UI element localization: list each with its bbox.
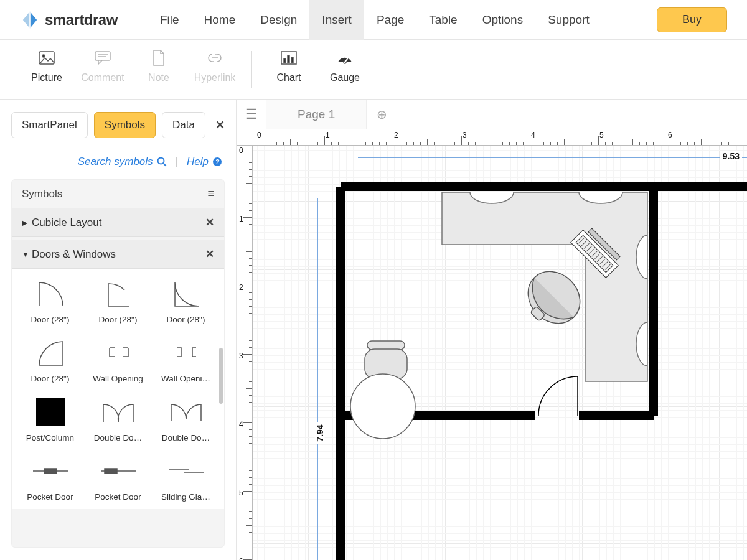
guide-horizontal [358,157,747,158]
ribbon-label: Gauge [317,72,373,83]
tab-data[interactable]: Data [162,112,205,138]
svg-point-50 [350,374,415,439]
symbol-door-28[interactable]: Door (28") [86,276,150,324]
gauge-icon [317,49,373,67]
ribbon-picture[interactable]: Picture [19,49,75,83]
symbol-grid: Door (28") Door (28") Door (28") Door (2… [12,269,224,509]
ribbon-chart[interactable]: Chart [261,49,317,83]
symbol-label: Door (28") [154,315,218,324]
page-list-icon[interactable]: ☰ [237,106,266,123]
chart-icon [261,49,317,67]
note-icon [131,49,187,67]
ribbon-gauge[interactable]: Gauge [317,49,373,83]
close-panel-icon[interactable]: ✕ [215,118,225,132]
help-label: Help [187,156,209,168]
symbol-label: Wall Opening [86,374,150,383]
menubar: smartdraw File Home Design Insert Page T… [0,0,747,40]
symbol-wall-opening[interactable]: Wall Opening [86,335,150,383]
drawing-canvas[interactable]: 0123456 0123456 9.53 7.94 [237,129,747,560]
picture-icon [19,49,75,67]
group-label: Cubicle Layout [32,217,101,229]
logo-icon [20,10,40,30]
ribbon-label: Comment [75,72,131,83]
menu-table[interactable]: Table [416,0,469,40]
symbol-label: Pocket Door [86,492,150,502]
symbol-door-28[interactable]: Door (28") [18,276,82,324]
vertical-ruler: 0123456 [237,129,253,560]
symbol-pocket-door[interactable]: Pocket Door [86,454,150,502]
panel-tabs: SmartPanel Symbols Data ✕ [11,112,225,138]
close-icon[interactable]: ✕ [205,248,214,261]
ribbon-separator [251,51,252,88]
add-page-icon[interactable]: ⊕ [367,107,397,122]
svg-rect-2 [95,52,110,60]
menu-items: File Home Design Insert Page Table Optio… [148,0,602,40]
ribbon-label: Note [131,72,187,83]
app-logo: smartdraw [20,10,118,30]
group-cubicle-layout[interactable]: ▶ Cubicle Layout ✕ [12,208,224,237]
symbol-post-column[interactable]: Post/Column [18,394,82,442]
svg-rect-23 [105,469,117,474]
office-chair [515,261,591,337]
svg-rect-9 [291,57,293,63]
svg-text:?: ? [215,158,220,166]
symbols-panel: Symbols ≡ ▶ Cubicle Layout ✕ ▼ Doors & W… [11,179,225,548]
divider: | [176,156,178,168]
group-label: Doors & Windows [32,248,116,261]
symbol-wall-opening[interactable]: Wall Openi… [154,335,218,383]
menu-insert[interactable]: Insert [309,0,364,40]
insert-ribbon: Picture Comment Note Hyperlink Chart Gau… [0,40,747,100]
help-link[interactable]: Help ? [187,156,222,168]
search-symbols-link[interactable]: Search symbols [78,156,167,168]
workspace: SmartPanel Symbols Data ✕ Search symbols… [0,100,747,560]
menu-support[interactable]: Support [535,0,602,40]
symbol-label: Post/Column [18,433,82,442]
buy-button[interactable]: Buy [657,7,727,32]
logo-text: smartdraw [45,11,118,29]
symbol-label: Double Do… [154,433,218,442]
symbol-door-28[interactable]: Door (28") [154,276,218,324]
svg-rect-17 [36,398,65,426]
symbol-sliding-glass[interactable]: Sliding Gla… [154,454,218,502]
ribbon-note: Note [131,49,187,83]
svg-rect-21 [44,469,57,474]
page-tab[interactable]: Page 1 [266,100,367,129]
ribbon-label: Chart [261,72,317,83]
comment-icon [75,49,131,67]
menu-options[interactable]: Options [470,0,535,40]
symbol-label: Door (28") [18,315,82,324]
symbol-label: Double Do… [86,433,150,442]
ribbon-separator [382,51,382,88]
left-sidebar: SmartPanel Symbols Data ✕ Search symbols… [0,100,237,560]
menu-home[interactable]: Home [192,0,248,40]
symbol-double-door[interactable]: Double Do… [154,394,218,442]
svg-point-1 [42,55,45,57]
group-doors-windows[interactable]: ▼ Doors & Windows ✕ [12,240,224,269]
symbols-title: Symbols [22,188,62,200]
help-icon: ? [212,157,222,167]
symbol-door-28[interactable]: Door (28") [18,335,82,383]
floor-plan[interactable] [336,182,747,560]
canvas-area: ☰ Page 1 ⊕ 0123456 0123456 9.53 7.94 [237,100,747,560]
dimension-width: 9.53 [720,151,742,161]
svg-point-32 [517,261,590,334]
symbol-label: Door (28") [86,315,150,324]
svg-line-13 [163,164,166,167]
menu-page[interactable]: Page [364,0,416,40]
hyperlink-icon [187,49,243,67]
menu-file[interactable]: File [148,0,192,40]
symbol-label: Door (28") [18,374,82,383]
svg-rect-48 [367,341,405,350]
close-icon[interactable]: ✕ [205,216,214,229]
tab-smartpanel[interactable]: SmartPanel [11,112,88,138]
scrollbar-thumb[interactable] [219,348,223,404]
menu-icon[interactable]: ≡ [207,187,214,200]
svg-point-12 [157,158,164,164]
ribbon-label: Picture [19,72,75,83]
chevron-right-icon: ▶ [22,218,32,227]
tab-symbols[interactable]: Symbols [94,112,156,138]
symbols-header: Symbols ≡ [12,180,224,208]
symbol-pocket-door[interactable]: Pocket Door [18,454,82,502]
menu-design[interactable]: Design [248,0,309,40]
symbol-double-door[interactable]: Double Do… [86,394,150,442]
